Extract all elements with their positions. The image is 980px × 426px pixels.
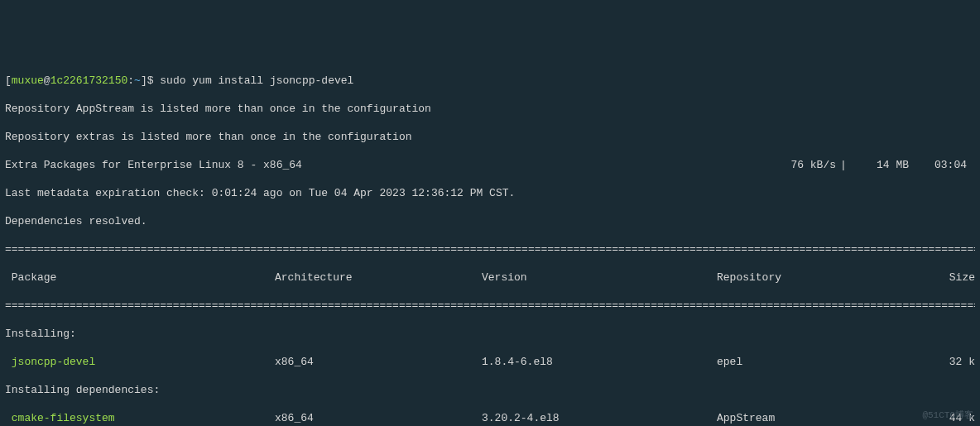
section-installing: Installing: xyxy=(5,327,975,341)
size: 14 MB xyxy=(851,158,909,172)
pkg-repo: epel xyxy=(717,355,897,369)
pkg-ver: 3.20.2-4.el8 xyxy=(482,411,717,425)
pkg-ver: 1.8.4-6.el8 xyxy=(482,355,717,369)
warning-line: Repository extras is listed more than on… xyxy=(5,130,975,144)
repo-name: Extra Packages for Enterprise Linux 8 - … xyxy=(5,158,761,172)
table-row: cmake-filesystemx86_643.20.2-4.el8AppStr… xyxy=(5,411,975,425)
pkg-repo: AppStream xyxy=(717,411,897,425)
speed: 76 kB/s xyxy=(761,158,836,172)
pkg-arch: x86_64 xyxy=(275,411,482,425)
divider: ========================================… xyxy=(5,299,975,313)
col-repo: Repository xyxy=(717,270,897,285)
repo-status-line: Extra Packages for Enterprise Linux 8 - … xyxy=(5,158,975,172)
deps-resolved: Dependencies resolved. xyxy=(5,214,975,228)
bracket: [ xyxy=(5,74,12,87)
col-arch: Architecture xyxy=(275,270,482,285)
username: muxue xyxy=(12,74,44,87)
table-row: jsoncpp-develx86_641.8.4-6.el8epel32 k xyxy=(5,355,975,369)
colon: : xyxy=(127,74,134,87)
table-header: PackageArchitectureVersionRepositorySize xyxy=(5,270,975,285)
watermark: @51CTO博客 xyxy=(922,409,973,423)
prompt-line[interactable]: [muxue@1c2261732150:~]$ sudo yum install… xyxy=(5,74,975,88)
cwd: ~ xyxy=(134,74,141,87)
warning-line: Repository AppStream is listed more than… xyxy=(5,102,975,116)
divider: ========================================… xyxy=(5,242,975,256)
col-size: Size xyxy=(897,270,975,285)
section-installing-deps: Installing dependencies: xyxy=(5,383,975,397)
command-text: sudo yum install jsoncpp-devel xyxy=(160,74,353,87)
sep: | xyxy=(836,158,851,172)
hostname: 1c2261732150 xyxy=(50,74,128,87)
terminal-output: [muxue@1c2261732150:~]$ sudo yum install… xyxy=(5,60,975,426)
bracket-close: ]$ xyxy=(141,74,160,87)
pkg-arch: x86_64 xyxy=(275,355,482,369)
col-version: Version xyxy=(482,270,717,285)
pkg-size: 32 k xyxy=(897,355,975,369)
time: 03:04 xyxy=(909,158,975,172)
pkg-name: jsoncpp-devel xyxy=(5,355,275,369)
meta-check: Last metadata expiration check: 0:01:24 … xyxy=(5,186,975,200)
col-package: Package xyxy=(5,270,275,285)
at: @ xyxy=(44,74,50,87)
pkg-name: cmake-filesystem xyxy=(5,411,275,425)
